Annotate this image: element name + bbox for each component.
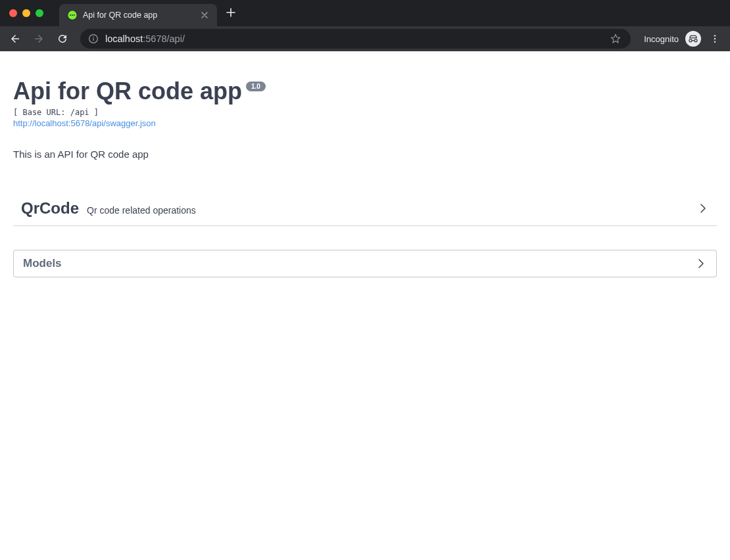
tab-strip: Api for QR code app [0, 0, 730, 26]
tag-name: QrCode [21, 199, 79, 218]
models-title: Models [23, 257, 62, 270]
chevron-right-icon [697, 202, 709, 214]
site-info-icon[interactable] [88, 34, 99, 44]
base-url-label: [ Base URL: /api ] [13, 108, 717, 117]
tag-header: QrCode Qr code related operations [21, 199, 196, 218]
api-description: This is an API for QR code app [13, 149, 717, 160]
window-minimize-button[interactable] [22, 9, 30, 17]
tab-title: Api for QR code app [83, 11, 193, 20]
api-title: Api for QR code app [13, 78, 242, 105]
back-button[interactable] [5, 29, 25, 49]
api-version-badge: 1.0 [246, 82, 266, 91]
svg-rect-6 [93, 38, 93, 41]
tag-section-qrcode[interactable]: QrCode Qr code related operations [13, 194, 717, 226]
browser-toolbar: localhost:5678/api/ Incognito [0, 26, 730, 51]
incognito-icon[interactable] [685, 31, 701, 47]
models-section[interactable]: Models [13, 250, 717, 277]
svg-point-5 [93, 37, 94, 38]
svg-point-8 [714, 38, 716, 39]
reload-button[interactable] [53, 29, 72, 49]
forward-button[interactable] [29, 29, 49, 49]
api-header: Api for QR code app 1.0 [13, 78, 717, 105]
incognito-label: Incognito [644, 34, 679, 44]
window-controls [0, 9, 53, 17]
address-host: localhost [105, 34, 143, 44]
address-port: :5678 [143, 34, 166, 44]
svg-point-9 [714, 41, 716, 42]
page-viewport: Api for QR code app 1.0 [ Base URL: /api… [0, 51, 730, 560]
window-fullscreen-button[interactable] [36, 9, 43, 17]
chevron-right-icon [695, 258, 707, 269]
svg-point-3 [74, 14, 75, 16]
window-close-button[interactable] [9, 9, 17, 17]
kebab-menu-button[interactable] [705, 29, 725, 49]
svg-point-7 [714, 35, 716, 36]
svg-point-1 [70, 14, 71, 16]
swagger-icon [67, 10, 78, 20]
tag-description: Qr code related operations [87, 205, 196, 216]
address-path: /api/ [167, 34, 185, 44]
browser-tab[interactable]: Api for QR code app [59, 4, 217, 26]
address-text: localhost:5678/api/ [105, 34, 602, 44]
browser-chrome: Api for QR code app localhost:5678/api/ [0, 0, 730, 51]
svg-point-2 [72, 14, 73, 16]
swagger-ui: Api for QR code app 1.0 [ Base URL: /api… [0, 51, 730, 291]
address-bar[interactable]: localhost:5678/api/ [80, 29, 631, 49]
new-tab-button[interactable] [217, 7, 245, 20]
bookmark-star-icon[interactable] [608, 32, 623, 46]
swagger-spec-link[interactable]: http://localhost:5678/api/swagger.json [13, 118, 156, 128]
tab-close-button[interactable] [199, 9, 210, 22]
